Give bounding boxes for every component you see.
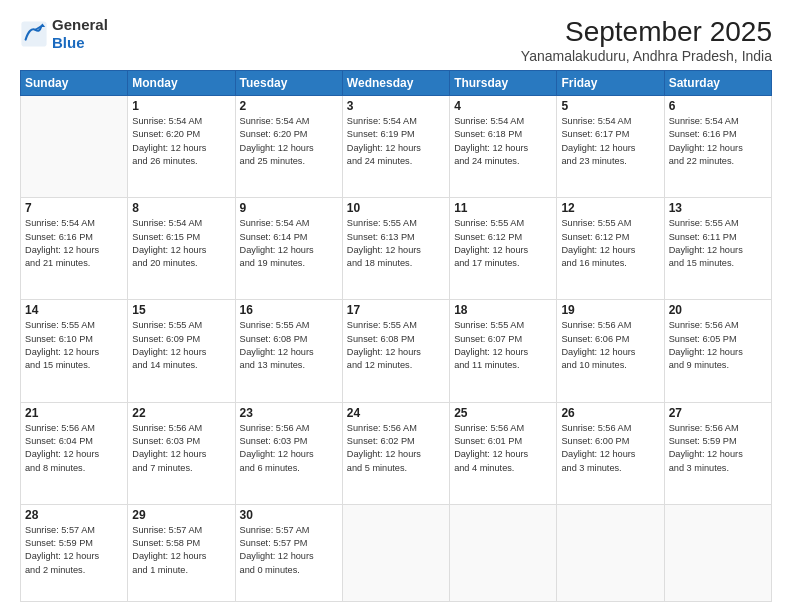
day-number: 25: [454, 406, 552, 420]
day-number: 14: [25, 303, 123, 317]
calendar-cell: 7Sunrise: 5:54 AM Sunset: 6:16 PM Daylig…: [21, 198, 128, 300]
calendar-cell: 24Sunrise: 5:56 AM Sunset: 6:02 PM Dayli…: [342, 402, 449, 504]
calendar-cell: 26Sunrise: 5:56 AM Sunset: 6:00 PM Dayli…: [557, 402, 664, 504]
day-detail: Sunrise: 5:54 AM Sunset: 6:19 PM Dayligh…: [347, 115, 445, 168]
day-detail: Sunrise: 5:56 AM Sunset: 6:00 PM Dayligh…: [561, 422, 659, 475]
day-number: 23: [240, 406, 338, 420]
day-number: 15: [132, 303, 230, 317]
calendar-day-header: Thursday: [450, 71, 557, 96]
day-number: 9: [240, 201, 338, 215]
week-row: 14Sunrise: 5:55 AM Sunset: 6:10 PM Dayli…: [21, 300, 772, 402]
day-detail: Sunrise: 5:56 AM Sunset: 5:59 PM Dayligh…: [669, 422, 767, 475]
calendar-cell: 1Sunrise: 5:54 AM Sunset: 6:20 PM Daylig…: [128, 96, 235, 198]
calendar-cell: 20Sunrise: 5:56 AM Sunset: 6:05 PM Dayli…: [664, 300, 771, 402]
day-detail: Sunrise: 5:57 AM Sunset: 5:59 PM Dayligh…: [25, 524, 123, 577]
day-detail: Sunrise: 5:55 AM Sunset: 6:07 PM Dayligh…: [454, 319, 552, 372]
day-detail: Sunrise: 5:55 AM Sunset: 6:10 PM Dayligh…: [25, 319, 123, 372]
calendar-day-header: Tuesday: [235, 71, 342, 96]
day-detail: Sunrise: 5:55 AM Sunset: 6:11 PM Dayligh…: [669, 217, 767, 270]
day-detail: Sunrise: 5:55 AM Sunset: 6:12 PM Dayligh…: [454, 217, 552, 270]
calendar-header-row: SundayMondayTuesdayWednesdayThursdayFrid…: [21, 71, 772, 96]
day-detail: Sunrise: 5:56 AM Sunset: 6:06 PM Dayligh…: [561, 319, 659, 372]
calendar-cell: 25Sunrise: 5:56 AM Sunset: 6:01 PM Dayli…: [450, 402, 557, 504]
calendar-cell: 27Sunrise: 5:56 AM Sunset: 5:59 PM Dayli…: [664, 402, 771, 504]
calendar-cell: 16Sunrise: 5:55 AM Sunset: 6:08 PM Dayli…: [235, 300, 342, 402]
day-number: 20: [669, 303, 767, 317]
day-detail: Sunrise: 5:54 AM Sunset: 6:20 PM Dayligh…: [240, 115, 338, 168]
day-number: 29: [132, 508, 230, 522]
day-detail: Sunrise: 5:54 AM Sunset: 6:17 PM Dayligh…: [561, 115, 659, 168]
calendar-cell: 8Sunrise: 5:54 AM Sunset: 6:15 PM Daylig…: [128, 198, 235, 300]
day-detail: Sunrise: 5:54 AM Sunset: 6:16 PM Dayligh…: [25, 217, 123, 270]
calendar-cell: 10Sunrise: 5:55 AM Sunset: 6:13 PM Dayli…: [342, 198, 449, 300]
day-number: 6: [669, 99, 767, 113]
week-row: 7Sunrise: 5:54 AM Sunset: 6:16 PM Daylig…: [21, 198, 772, 300]
calendar-day-header: Wednesday: [342, 71, 449, 96]
day-detail: Sunrise: 5:56 AM Sunset: 6:04 PM Dayligh…: [25, 422, 123, 475]
calendar-cell: 12Sunrise: 5:55 AM Sunset: 6:12 PM Dayli…: [557, 198, 664, 300]
calendar-cell: 22Sunrise: 5:56 AM Sunset: 6:03 PM Dayli…: [128, 402, 235, 504]
day-detail: Sunrise: 5:55 AM Sunset: 6:09 PM Dayligh…: [132, 319, 230, 372]
calendar-cell: 2Sunrise: 5:54 AM Sunset: 6:20 PM Daylig…: [235, 96, 342, 198]
day-number: 13: [669, 201, 767, 215]
calendar-cell: 9Sunrise: 5:54 AM Sunset: 6:14 PM Daylig…: [235, 198, 342, 300]
week-row: 21Sunrise: 5:56 AM Sunset: 6:04 PM Dayli…: [21, 402, 772, 504]
calendar-cell: 13Sunrise: 5:55 AM Sunset: 6:11 PM Dayli…: [664, 198, 771, 300]
day-number: 1: [132, 99, 230, 113]
calendar-cell: [342, 504, 449, 601]
calendar-cell: 18Sunrise: 5:55 AM Sunset: 6:07 PM Dayli…: [450, 300, 557, 402]
logo-general: General: [52, 16, 108, 33]
day-number: 7: [25, 201, 123, 215]
calendar-cell: 23Sunrise: 5:56 AM Sunset: 6:03 PM Dayli…: [235, 402, 342, 504]
calendar-cell: [664, 504, 771, 601]
week-row: 1Sunrise: 5:54 AM Sunset: 6:20 PM Daylig…: [21, 96, 772, 198]
calendar-day-header: Friday: [557, 71, 664, 96]
day-detail: Sunrise: 5:56 AM Sunset: 6:05 PM Dayligh…: [669, 319, 767, 372]
page: General Blue September 2025 Yanamalakudu…: [0, 0, 792, 612]
day-detail: Sunrise: 5:57 AM Sunset: 5:57 PM Dayligh…: [240, 524, 338, 577]
day-number: 2: [240, 99, 338, 113]
logo: General Blue: [20, 16, 108, 52]
logo-icon: [20, 20, 48, 48]
day-number: 30: [240, 508, 338, 522]
calendar-cell: 19Sunrise: 5:56 AM Sunset: 6:06 PM Dayli…: [557, 300, 664, 402]
calendar-cell: 28Sunrise: 5:57 AM Sunset: 5:59 PM Dayli…: [21, 504, 128, 601]
calendar-cell: 15Sunrise: 5:55 AM Sunset: 6:09 PM Dayli…: [128, 300, 235, 402]
logo-text: General Blue: [52, 16, 108, 52]
day-number: 24: [347, 406, 445, 420]
calendar-cell: 29Sunrise: 5:57 AM Sunset: 5:58 PM Dayli…: [128, 504, 235, 601]
calendar-cell: 3Sunrise: 5:54 AM Sunset: 6:19 PM Daylig…: [342, 96, 449, 198]
page-subtitle: Yanamalakuduru, Andhra Pradesh, India: [521, 48, 772, 64]
day-detail: Sunrise: 5:54 AM Sunset: 6:20 PM Dayligh…: [132, 115, 230, 168]
calendar-cell: [21, 96, 128, 198]
calendar-cell: 4Sunrise: 5:54 AM Sunset: 6:18 PM Daylig…: [450, 96, 557, 198]
day-detail: Sunrise: 5:55 AM Sunset: 6:12 PM Dayligh…: [561, 217, 659, 270]
calendar-cell: 30Sunrise: 5:57 AM Sunset: 5:57 PM Dayli…: [235, 504, 342, 601]
week-row: 28Sunrise: 5:57 AM Sunset: 5:59 PM Dayli…: [21, 504, 772, 601]
day-number: 12: [561, 201, 659, 215]
day-number: 28: [25, 508, 123, 522]
day-number: 10: [347, 201, 445, 215]
day-detail: Sunrise: 5:54 AM Sunset: 6:16 PM Dayligh…: [669, 115, 767, 168]
day-number: 18: [454, 303, 552, 317]
day-number: 4: [454, 99, 552, 113]
day-number: 5: [561, 99, 659, 113]
calendar-cell: 14Sunrise: 5:55 AM Sunset: 6:10 PM Dayli…: [21, 300, 128, 402]
day-number: 26: [561, 406, 659, 420]
calendar-day-header: Monday: [128, 71, 235, 96]
calendar-cell: 11Sunrise: 5:55 AM Sunset: 6:12 PM Dayli…: [450, 198, 557, 300]
day-detail: Sunrise: 5:56 AM Sunset: 6:03 PM Dayligh…: [132, 422, 230, 475]
logo-blue: Blue: [52, 34, 85, 51]
day-number: 16: [240, 303, 338, 317]
calendar-cell: 17Sunrise: 5:55 AM Sunset: 6:08 PM Dayli…: [342, 300, 449, 402]
day-number: 11: [454, 201, 552, 215]
day-detail: Sunrise: 5:55 AM Sunset: 6:08 PM Dayligh…: [347, 319, 445, 372]
calendar-cell: 21Sunrise: 5:56 AM Sunset: 6:04 PM Dayli…: [21, 402, 128, 504]
day-detail: Sunrise: 5:56 AM Sunset: 6:02 PM Dayligh…: [347, 422, 445, 475]
title-block: September 2025 Yanamalakuduru, Andhra Pr…: [521, 16, 772, 64]
page-title: September 2025: [521, 16, 772, 48]
day-detail: Sunrise: 5:56 AM Sunset: 6:01 PM Dayligh…: [454, 422, 552, 475]
day-detail: Sunrise: 5:54 AM Sunset: 6:15 PM Dayligh…: [132, 217, 230, 270]
calendar-cell: [557, 504, 664, 601]
day-detail: Sunrise: 5:55 AM Sunset: 6:13 PM Dayligh…: [347, 217, 445, 270]
